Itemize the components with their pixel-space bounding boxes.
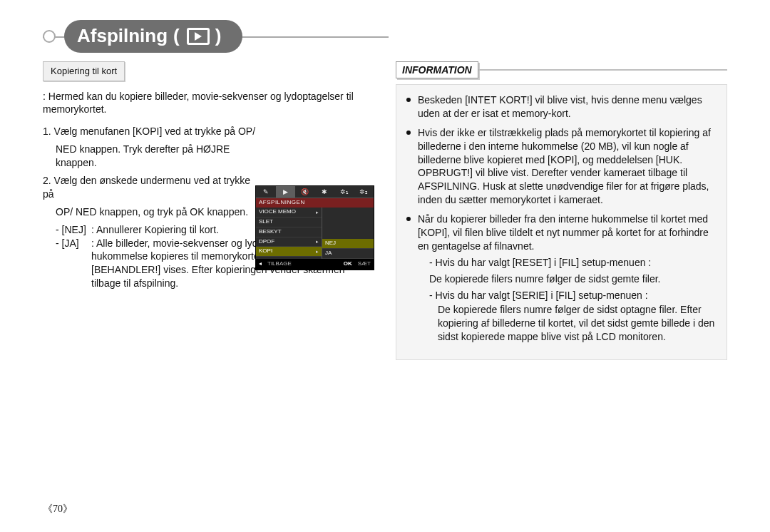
lcd-footer-ok: OK: [341, 259, 355, 270]
chevron-right-icon: ▸: [316, 248, 319, 255]
info-sub-2-label: - Hvis du har valgt [SERIE] i [FIL] setu…: [418, 289, 717, 302]
right-column: INFORMATION Beskeden [INTET KORT!] vil b…: [396, 61, 727, 489]
info-sub-1-text: De kopierede filers numre følger de sids…: [418, 272, 717, 286]
option-ja-label: - [JA]: [56, 237, 91, 291]
lcd-item-voice-memo: VIOCE MEMO ▸: [256, 208, 322, 218]
arrow-left-icon: ◂: [256, 259, 265, 270]
lcd-item-voice-memo-label: VIOCE MEMO: [259, 208, 296, 216]
info-bullet-1: Hvis der ikke er tilstrækkelig plads på …: [406, 126, 717, 207]
lcd-side-nej: NEJ: [322, 239, 374, 249]
section-intro: : Hermed kan du kopiere billeder, movie-…: [43, 90, 374, 117]
page-number: 《70》: [43, 503, 73, 516]
option-nej-label: - [NEJ]: [56, 223, 91, 237]
chevron-right-icon: ▸: [316, 209, 319, 215]
lcd-icon-5: ✲₂: [354, 186, 374, 198]
steps-block: 1. Vælg menufanen [KOPI] ved at trykke p…: [43, 125, 374, 290]
info-header-label: INFORMATION: [396, 61, 478, 79]
lcd-footer: ◂ TILBAGE OK SÆT: [256, 259, 374, 270]
lcd-icon-1: ▶: [276, 186, 296, 198]
info-bullet-2: Når du kopierer billeder fra den interne…: [406, 213, 717, 344]
info-bullet-0: Beskeden [INTET KORT!] vil blive vist, h…: [406, 93, 717, 121]
lcd-topicons: ✎ ▶ 🔇 ✱ ✲₁ ✲₂: [256, 186, 374, 198]
lcd-footer-back: TILBAGE: [265, 259, 294, 270]
step-2-line-b: OP/ NED knappen, og tryk på OK knappen.: [43, 205, 270, 219]
info-box: Beskeden [INTET KORT!] vil blive vist, h…: [396, 84, 727, 360]
lcd-side-ja: JA: [322, 249, 374, 259]
info-sub-2-text: De kopierede filers numre følger de sids…: [418, 303, 717, 344]
lcd-footer-set: SÆT: [355, 259, 374, 270]
camera-lcd: ✎ ▶ 🔇 ✱ ✲₁ ✲₂ AFSPILNINGEN VIOCE MEMO ▸: [255, 185, 374, 270]
step-1-line-a: 1. Vælg menufanen [KOPI] ved at trykke p…: [43, 125, 257, 138]
left-column: Kopiering til kort : Hermed kan du kopie…: [43, 61, 374, 489]
section-tag-kopiering: Kopiering til kort: [43, 61, 125, 81]
step-1-line-b: NED knappen. Tryk derefter på HØJRE knap…: [43, 143, 270, 170]
lcd-item-slet: SLET: [256, 218, 322, 227]
info-header: INFORMATION: [396, 61, 727, 78]
chevron-right-icon: ▸: [316, 238, 319, 245]
play-box-icon: [187, 28, 210, 45]
lcd-icon-0: ✎: [256, 186, 276, 198]
title-chain: Afspilning ( ): [43, 20, 389, 53]
title-play-group: ( ): [168, 24, 221, 48]
lcd-icon-3: ✱: [315, 186, 335, 198]
lcd-item-beskyt: BESKYT: [256, 227, 322, 237]
page-title-text: Afspilning: [77, 24, 168, 48]
title-chain-dot: [43, 30, 56, 43]
lcd-item-dpof: DPOF ▸: [256, 237, 322, 247]
info-bullet-2-text: Når du kopierer billeder fra den interne…: [418, 213, 709, 252]
lcd-item-kopi-label: KOPI: [259, 247, 272, 255]
info-header-line: [478, 69, 727, 71]
lcd-item-slet-label: SLET: [259, 218, 273, 226]
lcd-item-kopi: KOPI ▸: [256, 247, 322, 257]
page-title-pill: Afspilning ( ): [64, 20, 242, 53]
info-sub-1-label: - Hvis du har valgt [RESET] i [FIL] setu…: [418, 256, 717, 270]
title-paren-open: (: [173, 24, 180, 48]
lcd-item-dpof-label: DPOF: [259, 238, 274, 246]
lcd-item-beskyt-label: BESKYT: [259, 228, 282, 236]
lcd-icon-4: ✲₁: [334, 186, 354, 198]
lcd-side-column: NEJ JA: [322, 208, 374, 259]
step-2-line-a: 2. Vælg den ønskede undermenu ved at try…: [43, 174, 257, 201]
title-paren-close: ): [215, 24, 222, 48]
lcd-menu-title: AFSPILNINGEN: [256, 198, 374, 208]
lcd-icon-2: 🔇: [295, 186, 315, 198]
